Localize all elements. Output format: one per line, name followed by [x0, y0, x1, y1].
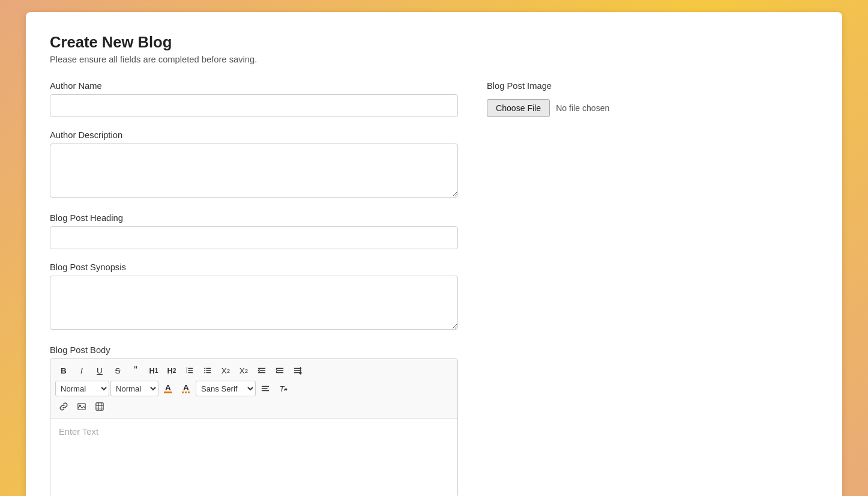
rtl-button[interactable] [289, 363, 306, 378]
strikethrough-button[interactable]: S [109, 363, 126, 378]
blog-image-group: Blog Post Image Choose File No file chos… [487, 81, 655, 117]
svg-text:3: 3 [186, 371, 187, 374]
blog-synopsis-group: Blog Post Synopsis [50, 262, 458, 332]
blog-heading-label: Blog Post Heading [50, 213, 458, 223]
indent-decrease-button[interactable] [253, 363, 270, 378]
unordered-list-button[interactable] [199, 363, 216, 378]
author-name-label: Author Name [50, 81, 458, 91]
file-input-wrapper: Choose File No file chosen [487, 99, 655, 117]
ordered-list-button[interactable]: 123 [181, 363, 198, 378]
author-description-label: Author Description [50, 130, 458, 140]
blog-body-group: Blog Post Body B I U S " H1 H2 [50, 345, 458, 496]
italic-button[interactable]: I [73, 363, 90, 378]
svg-point-6 [204, 367, 205, 369]
toolbar-row-2: Normal Heading 1 Heading 2 Heading 3 Nor… [55, 381, 453, 396]
superscript-button[interactable]: X2 [235, 363, 252, 378]
page-title: Create New Blog [50, 34, 818, 51]
h1-button[interactable]: H1 [145, 363, 162, 378]
blog-heading-group: Blog Post Heading [50, 213, 458, 249]
choose-file-button[interactable]: Choose File [487, 99, 550, 117]
svg-point-7 [204, 370, 205, 371]
page-card: Create New Blog Please ensure all fields… [26, 12, 842, 496]
author-name-input[interactable] [50, 94, 458, 117]
page-subtitle: Please ensure all fields are completed b… [50, 55, 818, 64]
font-color-button[interactable]: A [160, 381, 176, 396]
insert-image-button[interactable] [73, 399, 90, 414]
font-family-select[interactable]: Sans Serif Serif Monospace [196, 381, 256, 396]
form-left: Author Name Author Description Blog Post… [50, 81, 458, 496]
form-layout: Author Name Author Description Blog Post… [50, 81, 818, 496]
author-description-textarea[interactable] [50, 144, 458, 198]
blockquote-button[interactable]: " [127, 363, 144, 378]
editor-content-area[interactable]: Enter Text [50, 419, 457, 496]
blog-heading-input[interactable] [50, 226, 458, 249]
form-right: Blog Post Image Choose File No file chos… [487, 81, 655, 130]
toolbar-row-1: B I U S " H1 H2 123 [55, 363, 453, 378]
align-button[interactable] [257, 381, 274, 396]
editor-placeholder: Enter Text [59, 427, 98, 437]
blog-image-label: Blog Post Image [487, 81, 655, 91]
no-file-text: No file chosen [556, 103, 609, 113]
blog-synopsis-label: Blog Post Synopsis [50, 262, 458, 272]
indent-increase-button[interactable] [271, 363, 288, 378]
blog-synopsis-textarea[interactable] [50, 276, 458, 330]
highlight-color-button[interactable]: A [178, 381, 194, 396]
underline-button[interactable]: U [91, 363, 108, 378]
rich-text-editor: B I U S " H1 H2 123 [50, 358, 458, 496]
h2-button[interactable]: H2 [163, 363, 180, 378]
subscript-button[interactable]: X2 [217, 363, 234, 378]
link-button[interactable] [55, 399, 72, 414]
toolbar-row-3 [55, 399, 453, 414]
blog-body-label: Blog Post Body [50, 345, 458, 355]
clear-format-button[interactable]: Tx [275, 381, 292, 396]
svg-point-8 [204, 372, 205, 373]
editor-toolbar: B I U S " H1 H2 123 [50, 359, 457, 419]
size-select[interactable]: Normal Small Large Huge [110, 381, 158, 396]
author-description-group: Author Description [50, 130, 458, 200]
style-select[interactable]: Normal Heading 1 Heading 2 Heading 3 [55, 381, 109, 396]
bold-button[interactable]: B [55, 363, 72, 378]
insert-table-button[interactable] [91, 399, 108, 414]
author-name-group: Author Name [50, 81, 458, 117]
svg-rect-27 [96, 403, 103, 410]
svg-rect-25 [78, 404, 85, 410]
